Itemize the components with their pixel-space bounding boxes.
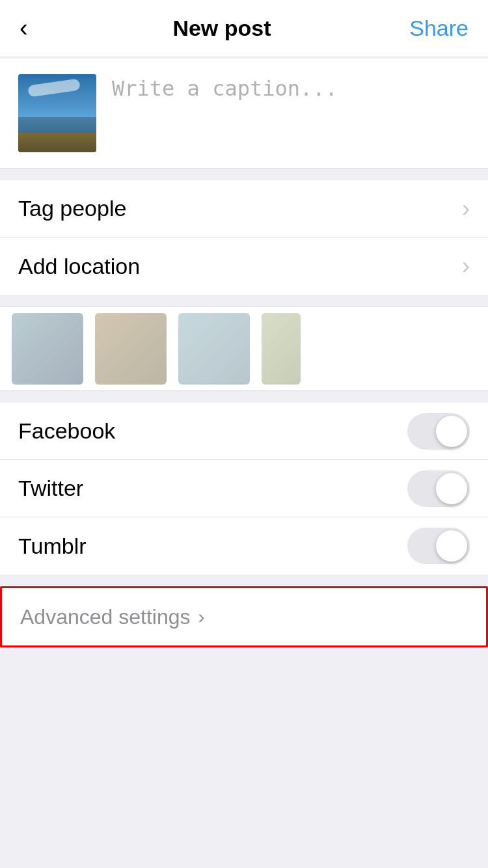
- advanced-settings-label: Advanced settings ›: [20, 605, 205, 629]
- advanced-settings-row[interactable]: Advanced settings ›: [2, 588, 486, 645]
- add-location-row[interactable]: Add location ›: [0, 237, 488, 295]
- back-button[interactable]: ‹: [20, 8, 34, 49]
- page-spacer: [0, 647, 488, 868]
- post-image-thumbnail: [18, 74, 96, 152]
- twitter-toggle-knob: [436, 473, 467, 504]
- twitter-label: Twitter: [18, 476, 83, 501]
- caption-input[interactable]: [112, 74, 470, 152]
- tumblr-toggle-knob: [436, 530, 467, 562]
- facebook-row: Facebook: [0, 403, 488, 460]
- tag-people-label: Tag people: [18, 196, 126, 221]
- facebook-toggle[interactable]: [407, 413, 470, 450]
- facebook-toggle-knob: [436, 416, 467, 447]
- add-location-label: Add location: [18, 254, 140, 279]
- filter-thumb-3[interactable]: [178, 313, 250, 385]
- share-button[interactable]: Share: [409, 16, 468, 41]
- social-section: Facebook Twitter Tumblr: [0, 403, 488, 575]
- tumblr-row: Tumblr: [0, 517, 488, 575]
- options-list: Tag people › Add location ›: [0, 180, 488, 295]
- twitter-toggle[interactable]: [407, 470, 470, 507]
- caption-section: [0, 59, 488, 169]
- page-title: New post: [172, 16, 271, 41]
- facebook-label: Facebook: [18, 418, 115, 444]
- nav-bar: ‹ New post Share: [0, 0, 488, 57]
- filter-thumb-4[interactable]: [262, 313, 301, 385]
- add-location-chevron-icon: ›: [462, 252, 470, 280]
- advanced-settings-chevron-icon: ›: [198, 606, 205, 628]
- filter-thumb-1[interactable]: [12, 313, 83, 385]
- advanced-settings-section: Advanced settings ›: [0, 586, 488, 647]
- twitter-row: Twitter: [0, 460, 488, 517]
- tag-people-row[interactable]: Tag people ›: [0, 180, 488, 237]
- tumblr-toggle[interactable]: [407, 528, 470, 564]
- filter-thumb-2[interactable]: [95, 313, 167, 385]
- filter-strip: [0, 306, 488, 391]
- tumblr-label: Tumblr: [18, 534, 87, 559]
- tag-people-chevron-icon: ›: [462, 195, 470, 223]
